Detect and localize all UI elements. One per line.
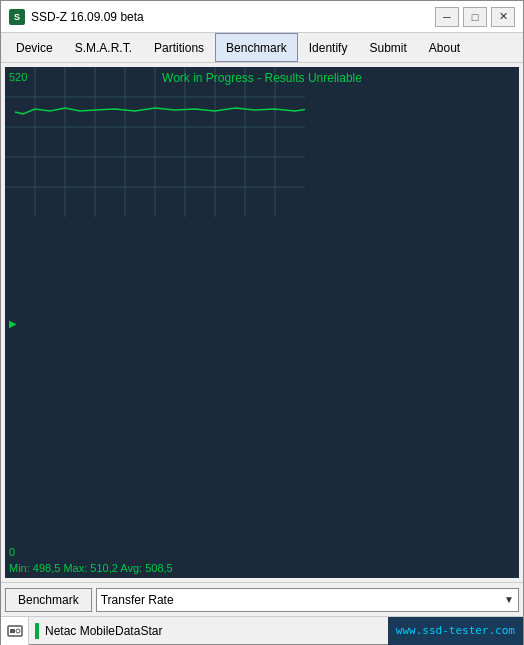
bottom-controls-bar: Benchmark Transfer Rate ▼ xyxy=(1,582,523,616)
app-icon: S xyxy=(9,9,25,25)
menu-item-benchmark[interactable]: Benchmark xyxy=(215,33,298,62)
chevron-down-icon: ▼ xyxy=(504,594,514,605)
play-icon: ▶ xyxy=(9,317,17,328)
menu-item-identify[interactable]: Identify xyxy=(298,33,359,62)
benchmark-chart: 520 Work in Progress - Results Unreliabl… xyxy=(5,67,519,578)
website-url-label: www.ssd-tester.com xyxy=(388,617,523,645)
chart-grid-svg xyxy=(5,67,305,217)
chart-title-label: Work in Progress - Results Unreliable xyxy=(5,71,519,85)
menu-item-partitions[interactable]: Partitions xyxy=(143,33,215,62)
close-button[interactable]: ✕ xyxy=(491,7,515,27)
main-window: S SSD-Z 16.09.09 beta ─ □ ✕ Device S.M.A… xyxy=(0,0,524,645)
svg-point-15 xyxy=(16,629,20,633)
menu-item-smart[interactable]: S.M.A.R.T. xyxy=(64,33,143,62)
drive-color-indicator xyxy=(35,623,39,639)
maximize-button[interactable]: □ xyxy=(463,7,487,27)
chart-stats-label: Min: 498,5 Max: 510,2 Avg: 508,5 xyxy=(9,562,173,574)
status-drive-icon xyxy=(1,617,29,645)
menu-item-submit[interactable]: Submit xyxy=(358,33,417,62)
window-controls: ─ □ ✕ xyxy=(435,7,515,27)
window-title: SSD-Z 16.09.09 beta xyxy=(31,10,435,24)
drive-info: Netac MobileDataStar xyxy=(29,623,388,639)
menu-bar: Device S.M.A.R.T. Partitions Benchmark I… xyxy=(1,33,523,63)
status-bar: Netac MobileDataStar www.ssd-tester.com xyxy=(1,616,523,644)
drive-name-label: Netac MobileDataStar xyxy=(45,624,162,638)
minimize-button[interactable]: ─ xyxy=(435,7,459,27)
chart-y-min-label: 0 xyxy=(9,546,15,558)
dropdown-value-label: Transfer Rate xyxy=(101,593,504,607)
benchmark-button[interactable]: Benchmark xyxy=(5,588,92,612)
transfer-rate-dropdown[interactable]: Transfer Rate ▼ xyxy=(96,588,519,612)
menu-item-about[interactable]: About xyxy=(418,33,471,62)
svg-rect-14 xyxy=(10,629,15,633)
app-icon-letter: S xyxy=(14,12,20,22)
drive-icon-svg xyxy=(7,623,23,639)
title-bar: S SSD-Z 16.09.09 beta ─ □ ✕ xyxy=(1,1,523,33)
menu-item-device[interactable]: Device xyxy=(5,33,64,62)
